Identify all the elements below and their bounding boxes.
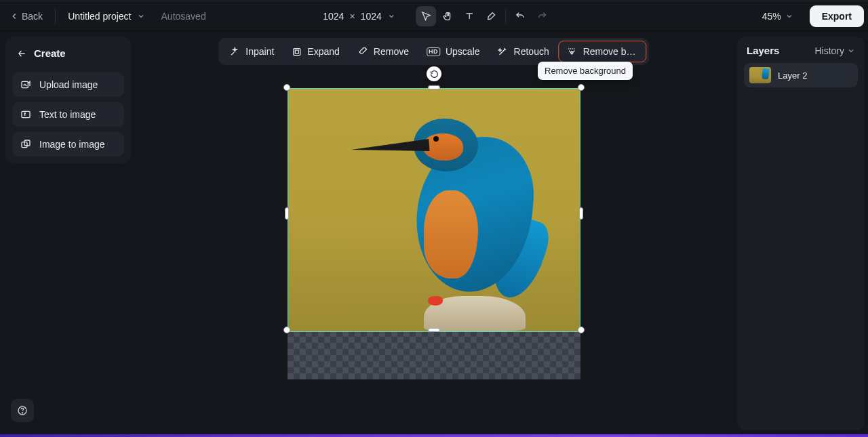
upload-image-icon — [20, 79, 31, 90]
expand-icon — [292, 47, 302, 57]
resize-handle-l[interactable] — [285, 207, 289, 220]
history-dropdown[interactable]: History — [814, 45, 855, 56]
canvas-dimensions-dropdown[interactable]: 1024 × 1024 — [316, 7, 402, 26]
pan-tool[interactable] — [437, 6, 458, 26]
resize-handle-tl[interactable] — [283, 84, 290, 91]
layer-thumbnail — [749, 67, 771, 83]
divider — [505, 9, 506, 24]
cursor-icon — [420, 11, 431, 22]
expand-button[interactable]: Expand — [283, 41, 347, 62]
image-to-image-label: Image to image — [39, 139, 105, 150]
create-panel: Create Upload image Text to image Image … — [5, 37, 131, 163]
wand-icon — [498, 46, 509, 57]
svg-point-6 — [571, 51, 573, 54]
upload-image-button[interactable]: Upload image — [12, 72, 124, 97]
upscale-label: Upscale — [446, 46, 480, 57]
upscale-button[interactable]: HD Upscale — [418, 41, 488, 62]
redo-icon — [536, 11, 547, 22]
image-to-image-icon — [20, 139, 31, 150]
resize-handle-r[interactable] — [579, 207, 583, 220]
svg-rect-5 — [295, 50, 298, 54]
brush-tool[interactable] — [481, 6, 501, 26]
rotate-handle[interactable] — [427, 66, 441, 81]
image-content — [428, 296, 443, 306]
sparkle-brush-icon — [229, 46, 240, 57]
project-name-dropdown[interactable]: Untitled project — [62, 7, 150, 26]
resize-handle-b[interactable] — [428, 328, 440, 332]
resize-handle-bl[interactable] — [283, 327, 290, 333]
help-button[interactable] — [11, 399, 34, 422]
chevron-down-icon — [785, 12, 793, 20]
zoom-dropdown[interactable]: 45% — [757, 7, 799, 26]
back-button[interactable]: Back — [4, 7, 48, 26]
selected-image-layer[interactable] — [288, 88, 580, 332]
text-tool[interactable] — [459, 6, 479, 26]
inpaint-label: Inpaint — [245, 46, 274, 57]
layer-label: Layer 2 — [778, 70, 807, 81]
tool-group — [416, 6, 552, 26]
tooltip-text: Remove background — [545, 66, 626, 76]
top-bar: Back Untitled project Autosaved 1024 × 1… — [0, 1, 868, 31]
help-icon — [17, 405, 28, 416]
retouch-label: Retouch — [514, 46, 549, 57]
image-content — [433, 136, 439, 142]
layers-panel: Layers History Layer 2 — [737, 37, 865, 430]
export-button[interactable]: Export — [810, 5, 864, 27]
dim-height: 1024 — [361, 11, 382, 22]
text-to-image-button[interactable]: Text to image — [12, 102, 124, 127]
select-tool[interactable] — [416, 6, 436, 26]
expand-label: Expand — [307, 46, 339, 57]
create-title: Create — [34, 47, 66, 59]
retouch-button[interactable]: Retouch — [490, 41, 557, 62]
create-toggle[interactable]: Create — [12, 43, 124, 67]
redo-button[interactable] — [532, 6, 552, 26]
canvas-stage[interactable] — [288, 88, 580, 379]
undo-button[interactable] — [510, 6, 530, 26]
rotate-icon — [430, 70, 439, 79]
remove-button[interactable]: Remove — [349, 41, 417, 62]
resize-handle-br[interactable] — [578, 327, 585, 333]
text-to-image-icon — [20, 109, 31, 120]
times-icon: × — [349, 11, 355, 22]
image-to-image-button[interactable]: Image to image — [12, 132, 124, 157]
hand-icon — [442, 11, 453, 22]
bottom-accent-bar — [0, 434, 868, 437]
remove-label: Remove — [374, 46, 409, 57]
image-content — [424, 190, 478, 278]
remove-background-icon — [567, 46, 578, 57]
autosave-status: Autosaved — [161, 11, 206, 22]
chevron-left-icon — [9, 12, 19, 21]
text-to-image-label: Text to image — [39, 109, 96, 120]
remove-background-label: Remove back… — [583, 46, 639, 57]
dim-width: 1024 — [323, 11, 344, 22]
hd-icon: HD — [427, 47, 440, 56]
eraser-icon — [357, 46, 368, 57]
resize-handle-tr[interactable] — [578, 84, 585, 91]
layer-item[interactable]: Layer 2 — [744, 63, 858, 87]
remove-background-button[interactable]: Remove back… — [559, 41, 647, 62]
collapse-left-icon — [16, 48, 27, 59]
project-name: Untitled project — [68, 11, 131, 22]
chevron-down-icon — [847, 47, 855, 55]
back-label: Back — [22, 11, 43, 22]
zoom-value: 45% — [762, 11, 781, 22]
export-label: Export — [822, 11, 852, 22]
undo-icon — [515, 11, 526, 22]
text-icon — [464, 11, 475, 22]
chevron-down-icon — [387, 12, 395, 20]
upload-image-label: Upload image — [39, 79, 98, 90]
resize-handle-t[interactable] — [428, 85, 440, 89]
edit-actions-toolbar: Inpaint Expand Remove HD Upscale Retouch… — [218, 38, 649, 65]
history-label: History — [814, 45, 844, 56]
svg-point-8 — [22, 413, 22, 413]
inpaint-button[interactable]: Inpaint — [221, 41, 282, 62]
chevron-down-icon — [137, 12, 145, 20]
layers-title: Layers — [747, 45, 779, 56]
svg-rect-1 — [22, 111, 30, 117]
transparent-area — [288, 331, 580, 379]
brush-icon — [486, 11, 496, 22]
remove-background-tooltip: Remove background — [538, 62, 633, 80]
divider — [55, 9, 56, 24]
svg-rect-4 — [294, 48, 300, 55]
